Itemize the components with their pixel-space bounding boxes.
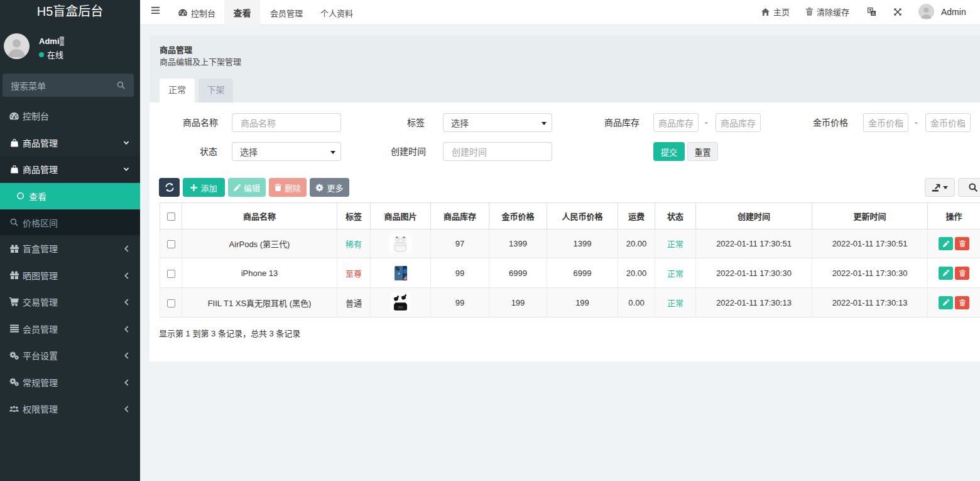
svg-text:A: A xyxy=(872,11,875,16)
